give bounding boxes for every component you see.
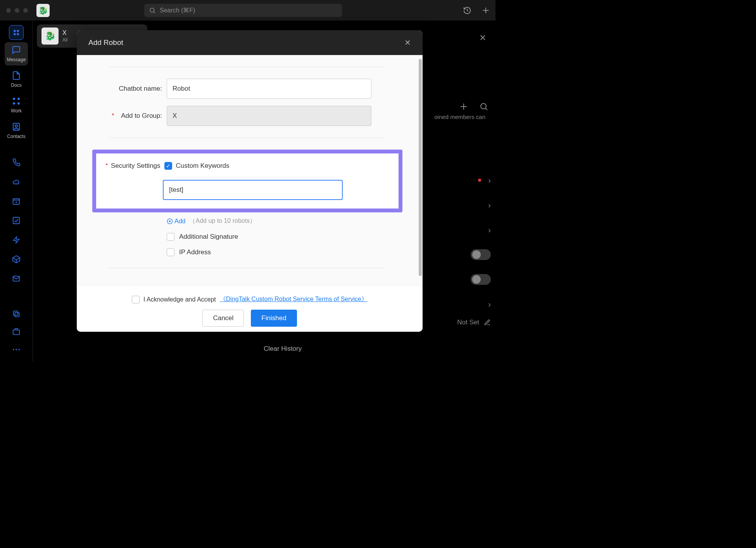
security-settings-label: Security Settings xyxy=(111,162,161,170)
divider xyxy=(109,268,385,268)
phone-icon[interactable] xyxy=(5,154,28,171)
close-icon[interactable]: ✕ xyxy=(479,33,486,43)
box-icon[interactable] xyxy=(5,251,28,268)
security-settings-highlight: Security Settings ✓ Custom Keywords xyxy=(92,150,402,212)
svg-point-13 xyxy=(15,125,17,127)
svg-rect-14 xyxy=(13,199,20,205)
sidebar-item-work[interactable]: Work xyxy=(5,93,28,117)
search-icon[interactable] xyxy=(479,102,488,111)
search-placeholder: Search (⌘F) xyxy=(160,7,195,14)
svg-rect-7 xyxy=(17,33,19,35)
svg-marker-19 xyxy=(14,237,19,243)
svg-point-28 xyxy=(13,349,14,350)
plus-icon[interactable] xyxy=(459,102,468,111)
toggle[interactable] xyxy=(471,249,491,260)
cancel-label: Cancel xyxy=(213,314,233,322)
chatbot-name-label: Chatbot name: xyxy=(109,85,167,93)
add-to-group-label: Add to Group: xyxy=(109,112,167,120)
chat-title: X xyxy=(62,29,67,36)
svg-line-22 xyxy=(16,258,20,260)
additional-signature-checkbox[interactable] xyxy=(167,233,174,241)
svg-rect-5 xyxy=(17,30,19,32)
modal-header: Add Robot ✕ xyxy=(77,30,423,55)
keyword-input[interactable] xyxy=(163,180,343,200)
titlebar: 🐉 Search (⌘F) xyxy=(0,0,495,21)
terms-link[interactable]: 《DingTalk Custom Robot Service Terms of … xyxy=(220,295,368,303)
chatbot-name-input[interactable] xyxy=(167,79,371,99)
svg-point-33 xyxy=(481,103,486,109)
chevron-right-icon: › xyxy=(488,176,491,185)
check-icon[interactable] xyxy=(5,212,28,229)
apps-grid-icon[interactable] xyxy=(9,25,24,40)
svg-rect-6 xyxy=(14,33,16,35)
zoom-window-dot[interactable] xyxy=(23,8,28,13)
more-icon[interactable] xyxy=(5,341,28,358)
modal-footer: I Acknowledge and Accept 《DingTalk Custo… xyxy=(77,285,423,332)
plus-circle-icon xyxy=(167,218,173,224)
modal-title: Add Robot xyxy=(88,38,123,47)
add-keyword-button[interactable]: Add xyxy=(167,218,185,225)
close-window-dot[interactable] xyxy=(6,8,11,13)
divider xyxy=(109,138,385,138)
chat-subtitle: All xyxy=(62,37,67,43)
svg-rect-4 xyxy=(14,30,16,32)
svg-line-21 xyxy=(13,258,16,260)
svg-point-30 xyxy=(19,349,20,350)
sidebar-item-label: Work xyxy=(11,108,22,114)
sidebar-item-message[interactable]: Message xyxy=(5,42,28,65)
chevron-right-icon: › xyxy=(488,201,491,210)
minimize-window-dot[interactable] xyxy=(15,8,19,13)
sidebar-item-label: Docs xyxy=(11,83,21,88)
work-icon xyxy=(12,97,21,106)
svg-line-1 xyxy=(154,12,155,13)
svg-point-9 xyxy=(17,98,20,100)
finished-button[interactable]: Finished xyxy=(251,310,297,327)
cloud-icon[interactable] xyxy=(5,173,28,190)
sidebar-item-contacts[interactable]: Contacts xyxy=(5,119,28,142)
chat-icon xyxy=(12,45,21,55)
svg-point-0 xyxy=(150,8,154,12)
close-icon[interactable]: ✕ xyxy=(404,38,411,47)
finished-label: Finished xyxy=(261,314,286,322)
svg-rect-26 xyxy=(14,311,18,315)
svg-rect-18 xyxy=(13,217,20,224)
scrollbar[interactable] xyxy=(419,59,422,276)
contacts-icon xyxy=(12,122,21,131)
ip-address-checkbox[interactable] xyxy=(167,248,174,256)
sidebar-item-label: Message xyxy=(7,57,26,62)
svg-point-8 xyxy=(13,98,15,100)
ip-address-label: IP Address xyxy=(179,248,211,256)
cancel-button[interactable]: Cancel xyxy=(202,310,244,327)
sidebar-item-label: Contacts xyxy=(7,134,25,139)
edit-icon[interactable] xyxy=(484,319,491,326)
toggle[interactable] xyxy=(471,274,491,285)
row-value: Not Set xyxy=(457,319,479,326)
history-icon[interactable] xyxy=(463,6,471,15)
docs-icon xyxy=(12,71,21,80)
chevron-right-icon: › xyxy=(488,226,491,234)
group-value: X xyxy=(173,112,177,120)
calendar-icon[interactable] xyxy=(5,193,28,210)
row-label: Clear History xyxy=(264,345,302,353)
mail-icon[interactable] xyxy=(5,270,28,287)
notification-dot-icon xyxy=(478,179,481,182)
chevron-right-icon: › xyxy=(488,300,491,309)
copy-icon[interactable] xyxy=(5,305,28,322)
window-controls xyxy=(6,8,28,13)
svg-rect-25 xyxy=(15,312,19,317)
search-input[interactable]: Search (⌘F) xyxy=(144,4,342,17)
sidebar: Message Docs Work Contacts xyxy=(0,21,33,362)
acknowledge-checkbox[interactable] xyxy=(132,296,140,303)
sidebar-item-docs[interactable]: Docs xyxy=(5,68,28,91)
detail-row-clear-history[interactable]: Clear History xyxy=(264,336,491,362)
flash-icon[interactable] xyxy=(5,231,28,248)
custom-keywords-label: Custom Keywords xyxy=(176,162,230,170)
custom-keywords-checkbox[interactable]: ✓ xyxy=(164,162,172,170)
search-icon xyxy=(149,7,156,14)
add-note: （Add up to 10 robots） xyxy=(189,217,256,225)
app-logo: 🐉 xyxy=(36,4,50,17)
plus-icon[interactable] xyxy=(482,6,490,15)
briefcase-icon[interactable] xyxy=(5,323,28,340)
svg-point-29 xyxy=(16,349,17,350)
svg-rect-27 xyxy=(13,330,20,334)
